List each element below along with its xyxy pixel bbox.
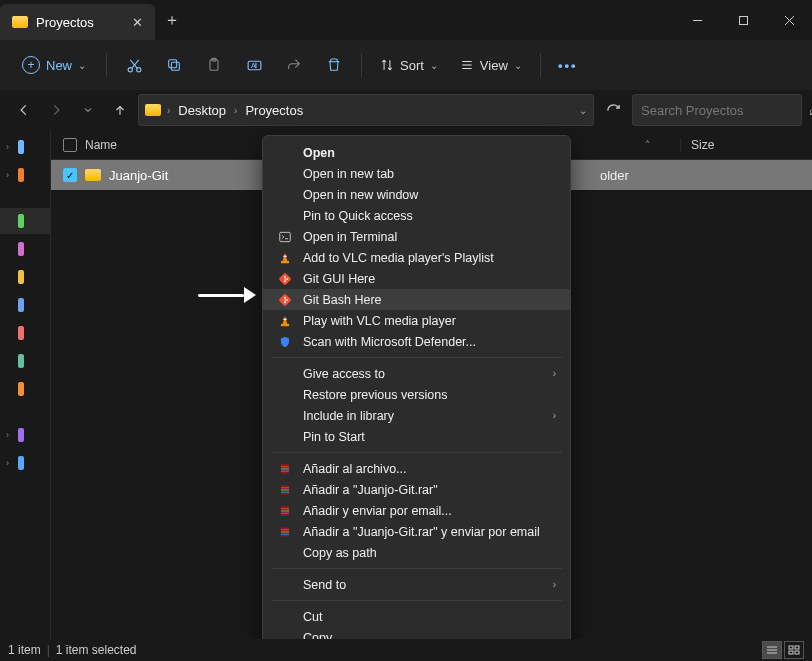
view-dropdown[interactable]: View ⌄	[452, 54, 530, 77]
rail-color-icon	[18, 140, 24, 154]
menu-item[interactable]: Añadir a "Juanjo-Git.rar"	[263, 479, 570, 500]
rename-icon[interactable]: A	[237, 48, 271, 82]
svg-rect-50	[281, 531, 289, 532]
menu-item[interactable]: Send to›	[263, 574, 570, 595]
svg-rect-55	[789, 646, 793, 649]
svg-rect-39	[281, 470, 289, 471]
menu-item[interactable]: Restore previous versions	[263, 384, 570, 405]
menu-item-label: Restore previous versions	[303, 388, 448, 402]
rail-color-icon	[18, 214, 24, 228]
svg-rect-47	[281, 512, 289, 513]
menu-item[interactable]: Pin to Start	[263, 426, 570, 447]
view-label: View	[480, 58, 508, 73]
close-tab-icon[interactable]: ✕	[132, 15, 143, 30]
paste-icon[interactable]	[197, 48, 231, 82]
menu-item-label: Añadir a "Juanjo-Git.rar"	[303, 483, 438, 497]
select-all-checkbox[interactable]	[63, 138, 77, 152]
rail-color-icon	[18, 298, 24, 312]
menu-item-label: Cut	[303, 610, 322, 624]
menu-item[interactable]: Git GUI Here	[263, 268, 570, 289]
chevron-right-icon: ›	[553, 368, 556, 379]
menu-item[interactable]: Open in new tab	[263, 163, 570, 184]
git-icon	[277, 292, 293, 308]
thumbnails-view-button[interactable]	[784, 641, 804, 659]
up-button[interactable]	[106, 96, 134, 124]
menu-item[interactable]: Pin to Quick access	[263, 205, 570, 226]
sort-indicator-icon: ˄	[645, 139, 680, 150]
maximize-button[interactable]	[720, 0, 766, 40]
col-size[interactable]: Size	[680, 138, 800, 152]
row-checkbox[interactable]: ✓	[63, 168, 77, 182]
window-tab[interactable]: Proyectos ✕	[0, 4, 155, 40]
overflow-button[interactable]: •••	[551, 48, 585, 82]
menu-item[interactable]: Open	[263, 142, 570, 163]
menu-item-label: Git Bash Here	[303, 293, 382, 307]
rail-item[interactable]: ›	[0, 450, 50, 476]
close-window-button[interactable]	[766, 0, 812, 40]
menu-item-label: Open	[303, 146, 335, 160]
details-view-button[interactable]	[762, 641, 782, 659]
menu-item[interactable]: Copy as path	[263, 542, 570, 563]
nav-rail: ››››	[0, 130, 50, 639]
menu-item[interactable]: Cut	[263, 606, 570, 627]
chevron-down-icon[interactable]: ⌄	[579, 105, 587, 116]
annotation-arrow	[198, 287, 256, 303]
svg-rect-43	[281, 491, 289, 492]
rail-item[interactable]	[0, 264, 50, 290]
delete-icon[interactable]	[317, 48, 351, 82]
new-button[interactable]: + New ⌄	[12, 51, 96, 79]
sort-dropdown[interactable]: Sort ⌄	[372, 54, 446, 77]
menu-item[interactable]: Añadir a "Juanjo-Git.rar" y enviar por e…	[263, 521, 570, 542]
menu-item[interactable]: Play with VLC media player	[263, 310, 570, 331]
rail-item[interactable]	[0, 292, 50, 318]
copy-icon[interactable]	[157, 48, 191, 82]
context-menu: OpenOpen in new tabOpen in new windowPin…	[262, 135, 571, 655]
menu-item-label: Send to	[303, 578, 346, 592]
menu-item[interactable]: Añadir y enviar por email...	[263, 500, 570, 521]
rail-item[interactable]: ›	[0, 134, 50, 160]
chevron-right-icon: ›	[165, 105, 172, 116]
rail-item[interactable]: ›	[0, 162, 50, 188]
recent-button[interactable]	[74, 96, 102, 124]
rail-item[interactable]	[0, 236, 50, 262]
search-input[interactable]	[641, 103, 809, 118]
rail-item[interactable]	[0, 348, 50, 374]
rail-item[interactable]	[0, 376, 50, 402]
svg-rect-37	[281, 466, 289, 467]
share-icon[interactable]	[277, 48, 311, 82]
menu-item[interactable]: Give access to›	[263, 363, 570, 384]
menu-item[interactable]: Open in Terminal	[263, 226, 570, 247]
forward-button[interactable]	[42, 96, 70, 124]
rail-item[interactable]	[0, 208, 50, 234]
menu-item[interactable]: Open in new window	[263, 184, 570, 205]
refresh-button[interactable]	[598, 95, 628, 125]
svg-rect-42	[281, 489, 289, 490]
menu-item[interactable]: Git Bash Here	[263, 289, 570, 310]
breadcrumb-item[interactable]: Desktop	[174, 101, 230, 120]
menu-item-label: Include in library	[303, 409, 394, 423]
toolbar: + New ⌄ A Sort ⌄ View ⌄ •••	[0, 40, 812, 90]
rail-item[interactable]	[0, 320, 50, 346]
new-label: New	[46, 58, 72, 73]
rar-icon	[277, 482, 293, 498]
rail-item[interactable]: ›	[0, 422, 50, 448]
view-icon	[460, 58, 474, 72]
cut-icon[interactable]	[117, 48, 151, 82]
menu-item[interactable]: Add to VLC media player's Playlist	[263, 247, 570, 268]
svg-text:A: A	[250, 62, 255, 70]
chevron-down-icon: ⌄	[514, 60, 522, 71]
chevron-right-icon: ›	[6, 430, 16, 440]
menu-item[interactable]: Include in library›	[263, 405, 570, 426]
sort-label: Sort	[400, 58, 424, 73]
search-box[interactable]: ⌕	[632, 94, 802, 126]
menu-item[interactable]: Scan with Microsoft Defender...	[263, 331, 570, 352]
menu-item[interactable]: Añadir al archivo...	[263, 458, 570, 479]
tab-title: Proyectos	[36, 15, 94, 30]
back-button[interactable]	[10, 96, 38, 124]
address-bar[interactable]: › Desktop › Proyectos ⌄	[138, 94, 594, 126]
breadcrumb-item[interactable]: Proyectos	[241, 101, 307, 120]
menu-item-label: Open in new window	[303, 188, 418, 202]
minimize-button[interactable]	[674, 0, 720, 40]
col-name[interactable]: Name	[85, 138, 117, 152]
new-tab-button[interactable]: ＋	[155, 0, 189, 40]
